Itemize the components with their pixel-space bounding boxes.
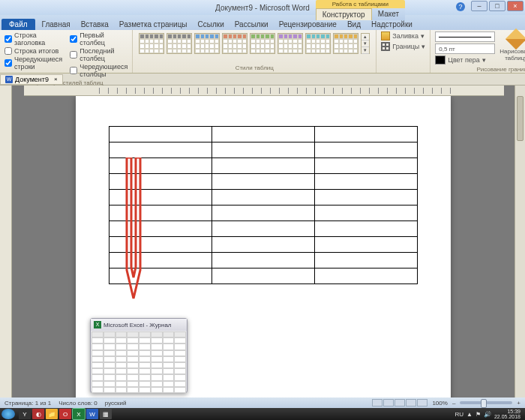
draw-table-button[interactable]: Нарисовать таблицу: [500, 32, 525, 62]
window-title: Документ9 - Microsoft Word: [215, 4, 310, 12]
group-label-styles: Стили таблиц: [137, 64, 371, 71]
tab-home[interactable]: Главная: [37, 19, 76, 30]
tray-flag-icon: ▲: [466, 411, 472, 418]
tray-lang[interactable]: RU: [454, 411, 464, 418]
table-style-thumb[interactable]: [333, 33, 358, 54]
status-words[interactable]: Число слов: 0: [58, 400, 98, 406]
document-table[interactable]: [109, 126, 418, 284]
taskbar: Y ◐ 📁 O X W ▦ RU ▲ ⚑ 🔊 15:3922.05.2018: [0, 408, 525, 420]
window-controls: – □ ×: [471, 1, 524, 11]
tab-layout[interactable]: Разметка страницы: [114, 19, 193, 30]
contextual-tabs: Работа с таблицами Конструктор Макет: [316, 0, 405, 20]
file-tab[interactable]: Файл: [2, 19, 35, 30]
thumbnail-body: [92, 332, 186, 393]
status-lang[interactable]: русский: [105, 400, 127, 406]
taskbar-thumbnail-preview[interactable]: XMicrosoft Excel - Журнал: [90, 318, 188, 393]
tab-review[interactable]: Рецензирование: [274, 19, 342, 30]
page-area: [12, 86, 514, 398]
document-tab-label: Документ9: [15, 76, 49, 83]
pen-color-swatch: [435, 56, 446, 64]
context-tab-header: Работа с таблицами: [316, 0, 405, 8]
document-tab-close[interactable]: ×: [54, 76, 58, 82]
tab-references[interactable]: Ссылки: [193, 19, 230, 30]
workspace: [0, 86, 525, 398]
shading-button[interactable]: Заливка▾: [381, 32, 425, 40]
check-last-col[interactable]: Последний столбец: [70, 47, 128, 62]
taskbar-opera[interactable]: O: [59, 409, 71, 419]
check-banded-cols[interactable]: Чередующиеся столбцы: [70, 63, 128, 78]
minimize-button[interactable]: –: [471, 1, 488, 11]
gallery-scroll[interactable]: ▴▾▾: [361, 33, 370, 54]
zoom-slider[interactable]: [460, 401, 512, 404]
group-label-draw: Рисование границ: [435, 66, 525, 73]
tray-network-icon: ⚑: [476, 411, 481, 418]
table-style-thumb[interactable]: [139, 33, 164, 54]
thumbnail-header: XMicrosoft Excel - Журнал: [91, 319, 187, 331]
tray-clock[interactable]: 15:3922.05.2018: [494, 409, 520, 419]
line-style-select[interactable]: [435, 32, 495, 42]
taskbar-word[interactable]: W: [86, 409, 98, 419]
table-style-gallery[interactable]: ▴▾▾: [137, 32, 371, 56]
system-tray[interactable]: RU ▲ ⚑ 🔊 15:3922.05.2018: [454, 409, 524, 419]
tab-table-layout[interactable]: Макет: [372, 8, 405, 20]
tab-insert[interactable]: Вставка: [76, 19, 114, 30]
group-table-styles: ▴▾▾ Стили таблиц: [133, 30, 376, 73]
check-total-row[interactable]: Строка итогов: [4, 47, 62, 55]
check-banded-rows[interactable]: Чередующиеся строки: [4, 56, 62, 70]
close-button[interactable]: ×: [507, 1, 524, 11]
table-style-thumb[interactable]: [305, 33, 331, 54]
taskbar-folder[interactable]: 📁: [46, 409, 58, 419]
tab-design[interactable]: Конструктор: [316, 8, 372, 20]
zoom-level[interactable]: 100%: [432, 400, 447, 406]
tab-view[interactable]: Вид: [342, 19, 366, 30]
group-draw-borders: 0,5 пт Цвет пера▾ Нарисовать таблицу Лас…: [430, 30, 525, 73]
table-style-thumb[interactable]: [278, 33, 303, 54]
tab-addins[interactable]: Надстройки: [366, 19, 418, 30]
start-button[interactable]: [2, 409, 15, 419]
line-weight-select[interactable]: 0,5 пт: [435, 44, 495, 54]
table-style-thumb[interactable]: [222, 33, 248, 54]
borders-button[interactable]: Границы▾: [381, 42, 425, 51]
help-icon[interactable]: ?: [456, 2, 465, 11]
ribbon-tab-row: Файл Главная Вставка Разметка страницы С…: [0, 15, 525, 30]
group-table-style-options: Строка заголовка Строка итогов Чередующи…: [0, 30, 133, 73]
check-header-row[interactable]: Строка заголовка: [4, 32, 62, 46]
taskbar-app2[interactable]: ▦: [100, 409, 112, 419]
vertical-scrollbar[interactable]: [514, 86, 525, 398]
zoom-out[interactable]: –: [452, 400, 455, 406]
scrollbar-thumb[interactable]: [517, 96, 524, 141]
pencil-icon: [506, 28, 525, 50]
view-buttons[interactable]: [372, 399, 428, 406]
taskbar-app[interactable]: ◐: [32, 409, 44, 419]
group-shading-borders: Заливка▾ Границы▾: [376, 30, 430, 73]
excel-icon: X: [94, 321, 101, 328]
borders-icon: [381, 42, 390, 51]
vertical-ruler: [0, 86, 12, 398]
status-page[interactable]: Страница: 1 из 1: [4, 400, 51, 406]
table-style-thumb[interactable]: [194, 33, 220, 54]
taskbar-excel[interactable]: X: [73, 409, 85, 419]
document-tab[interactable]: W Документ9 ×: [0, 74, 63, 85]
zoom-in[interactable]: +: [517, 400, 520, 406]
taskbar-yandex[interactable]: Y: [19, 409, 31, 419]
table-style-thumb[interactable]: [166, 33, 192, 54]
title-bar: Документ9 - Microsoft Word ? – □ ×: [0, 0, 525, 15]
horizontal-ruler: [24, 86, 504, 96]
table-style-thumb[interactable]: [250, 33, 275, 54]
bucket-icon: [381, 32, 390, 40]
status-bar: Страница: 1 из 1 Число слов: 0 русский 1…: [0, 398, 525, 408]
tab-mailings[interactable]: Рассылки: [230, 19, 274, 30]
pen-color-button[interactable]: Цвет пера▾: [435, 56, 495, 64]
word-icon: W: [5, 76, 13, 83]
ribbon: Строка заголовка Строка итогов Чередующи…: [0, 30, 525, 74]
maximize-button[interactable]: □: [489, 1, 506, 11]
check-first-col[interactable]: Первый столбец: [70, 32, 128, 46]
tray-sound-icon: 🔊: [484, 411, 491, 418]
